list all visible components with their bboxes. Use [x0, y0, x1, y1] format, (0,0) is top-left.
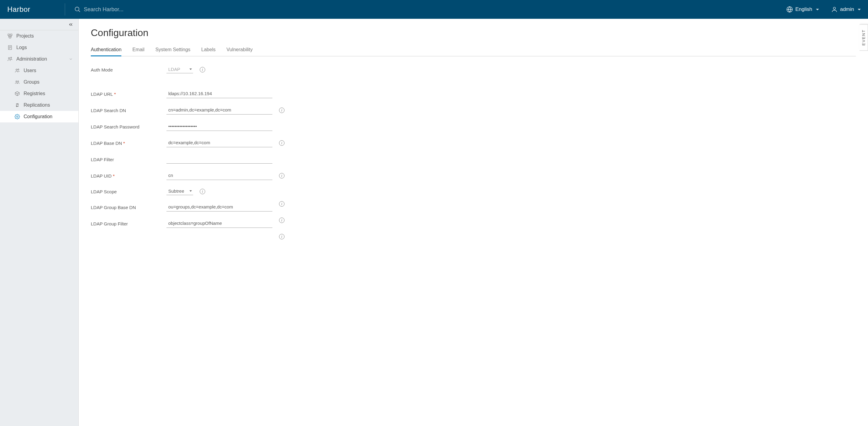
sidebar-item-logs[interactable]: Logs: [0, 42, 79, 53]
sidebar-item-configuration[interactable]: Configuration: [0, 111, 79, 122]
sidebar-item-groups[interactable]: Groups: [0, 76, 79, 88]
tab-authentication[interactable]: Authentication: [91, 45, 121, 56]
ldap-url-label: LDAP URL*: [91, 91, 166, 97]
ldap-base-dn-label: LDAP Base DN*: [91, 141, 166, 146]
tab-email[interactable]: Email: [132, 45, 144, 56]
ldap-group-base-dn-label: LDAP Group Base DN: [91, 205, 166, 210]
sidebar-item-registries[interactable]: Registries: [0, 88, 79, 100]
info-icon[interactable]: i: [200, 67, 205, 73]
svg-rect-4: [8, 34, 9, 35]
sidebar-item-label: Replications: [24, 103, 50, 108]
user-menu[interactable]: admin: [831, 6, 861, 13]
info-icon[interactable]: i: [279, 201, 284, 207]
info-icon[interactable]: i: [200, 189, 205, 194]
ldap-base-dn-input[interactable]: [166, 139, 272, 147]
ldap-group-base-dn-input[interactable]: [166, 203, 272, 211]
svg-point-0: [75, 7, 79, 11]
svg-point-20: [18, 81, 19, 82]
auth-mode-select[interactable]: LDAP: [166, 66, 193, 73]
svg-point-15: [8, 58, 10, 59]
svg-point-21: [17, 116, 18, 118]
chevron-down-icon: [69, 57, 73, 61]
svg-point-19: [16, 81, 17, 82]
language-selector[interactable]: English: [786, 6, 819, 13]
info-icon[interactable]: i: [279, 234, 284, 239]
ldap-scope-select[interactable]: Subtree: [166, 188, 193, 195]
tab-system-settings[interactable]: System Settings: [155, 45, 190, 56]
sidebar-collapse[interactable]: [0, 19, 79, 30]
tab-bar: Authentication Email System Settings Lab…: [91, 45, 856, 56]
replications-icon: [14, 103, 20, 108]
page-title: Configuration: [91, 27, 856, 38]
top-header: Harbor English admin: [0, 0, 868, 19]
chevron-down-icon: [189, 68, 192, 70]
main-content: Configuration Authentication Email Syste…: [79, 19, 868, 426]
ldap-uid-label: LDAP UID*: [91, 173, 166, 178]
sidebar: Projects Logs Administration Users Group…: [0, 19, 79, 426]
sidebar-item-administration[interactable]: Administration: [0, 53, 79, 65]
sidebar-item-label: Projects: [17, 33, 34, 39]
event-side-tab[interactable]: EVENT: [860, 24, 868, 51]
sidebar-item-label: Logs: [17, 45, 27, 50]
gear-icon: [14, 114, 20, 119]
registries-icon: [14, 91, 20, 96]
ldap-group-filter-label: LDAP Group Filter: [91, 221, 166, 226]
info-icon[interactable]: i: [279, 108, 284, 113]
projects-icon: [7, 33, 13, 39]
sidebar-item-label: Configuration: [24, 114, 52, 119]
sidebar-item-replications[interactable]: Replications: [0, 100, 79, 111]
svg-rect-6: [9, 37, 10, 38]
auth-mode-label: Auth Mode: [91, 67, 166, 73]
sidebar-item-users[interactable]: Users: [0, 65, 79, 76]
chevron-down-icon: [816, 9, 819, 10]
svg-point-18: [18, 69, 19, 70]
ldap-group-filter-input[interactable]: [166, 219, 272, 228]
users-icon: [14, 68, 20, 73]
sidebar-item-projects[interactable]: Projects: [0, 30, 79, 42]
user-label: admin: [840, 6, 854, 12]
language-label: English: [795, 6, 812, 12]
chevron-down-icon: [189, 190, 192, 192]
ldap-scope-value: Subtree: [168, 189, 185, 194]
tab-labels[interactable]: Labels: [201, 45, 216, 56]
svg-line-1: [79, 10, 80, 12]
ldap-scope-label: LDAP Scope: [91, 189, 166, 194]
ldap-search-dn-input[interactable]: [166, 106, 272, 115]
info-icon[interactable]: i: [279, 218, 284, 223]
search-container: [74, 6, 786, 13]
sidebar-item-label: Administration: [17, 56, 47, 62]
svg-point-17: [16, 69, 18, 70]
ldap-search-password-input[interactable]: [166, 122, 272, 131]
tab-vulnerability[interactable]: Vulnerability: [226, 45, 253, 56]
sidebar-item-label: Users: [24, 68, 36, 73]
chevrons-left-icon: [68, 22, 73, 27]
brand-logo[interactable]: Harbor: [7, 5, 65, 13]
chevron-down-icon: [858, 9, 861, 10]
ldap-filter-label: LDAP Filter: [91, 157, 166, 162]
sidebar-item-label: Registries: [24, 91, 45, 96]
svg-point-3: [833, 7, 835, 9]
info-icon[interactable]: i: [279, 173, 284, 178]
ldap-filter-input[interactable]: [166, 155, 272, 164]
admin-icon: [7, 56, 13, 62]
search-icon: [74, 6, 81, 13]
search-input[interactable]: [84, 6, 205, 13]
info-icon[interactable]: i: [279, 140, 284, 146]
svg-point-16: [10, 57, 12, 58]
auth-mode-value: LDAP: [168, 67, 185, 72]
globe-icon: [786, 6, 793, 13]
ldap-search-password-label: LDAP Search Password: [91, 124, 166, 130]
ldap-url-input[interactable]: [166, 90, 272, 98]
groups-icon: [14, 79, 20, 85]
sidebar-item-label: Groups: [24, 79, 39, 85]
svg-rect-5: [10, 34, 12, 35]
user-icon: [831, 6, 838, 13]
ldap-uid-input[interactable]: [166, 171, 272, 180]
logs-icon: [7, 45, 13, 50]
header-right: English admin: [786, 6, 861, 13]
header-divider: [65, 3, 65, 16]
ldap-search-dn-label: LDAP Search DN: [91, 108, 166, 113]
